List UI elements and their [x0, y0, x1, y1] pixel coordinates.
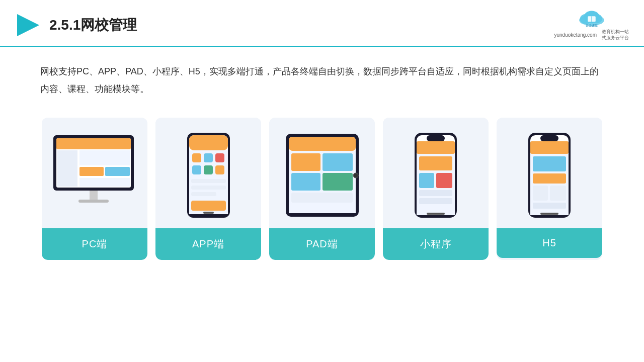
- svg-rect-23: [204, 153, 213, 162]
- svg-rect-22: [192, 153, 201, 162]
- svg-rect-17: [78, 200, 109, 203]
- card-pad-label: PAD端: [269, 228, 375, 260]
- card-h5-label: H5: [497, 228, 602, 258]
- h5-image-area: [497, 118, 602, 228]
- svg-rect-57: [530, 141, 569, 154]
- svg-rect-31: [191, 201, 226, 211]
- card-app-label: APP端: [155, 228, 261, 260]
- device-cards: PC端: [0, 108, 644, 260]
- svg-rect-40: [323, 173, 353, 191]
- svg-rect-25: [192, 165, 201, 174]
- logo-area: 云朵课堂 yunduoketang.com 教育机构一站式服务云平台: [554, 9, 629, 41]
- svg-rect-61: [533, 186, 548, 201]
- app-device-icon: [185, 131, 232, 219]
- svg-rect-26: [204, 165, 213, 174]
- svg-rect-59: [533, 156, 566, 171]
- pc-device-icon: [48, 133, 141, 218]
- svg-rect-37: [291, 153, 320, 171]
- svg-rect-39: [291, 173, 320, 191]
- card-pc: PC端: [42, 118, 147, 260]
- card-app: APP端: [155, 118, 261, 260]
- svg-rect-12: [79, 150, 130, 165]
- brand-logo: 云朵课堂: [574, 9, 609, 28]
- svg-rect-28: [191, 179, 226, 183]
- pc-image-area: [42, 118, 147, 228]
- svg-rect-64: [540, 213, 558, 215]
- logo-slogan: 教育机构一站式服务云平台: [602, 29, 629, 41]
- svg-rect-60: [533, 173, 566, 184]
- card-pc-label: PC端: [42, 228, 147, 260]
- svg-rect-62: [550, 186, 566, 201]
- svg-rect-15: [79, 178, 130, 187]
- svg-rect-45: [427, 135, 445, 141]
- svg-rect-50: [436, 173, 452, 188]
- svg-marker-0: [17, 14, 39, 36]
- svg-rect-20: [189, 135, 228, 150]
- header-left: 2.5.1网校管理: [15, 12, 137, 38]
- page-header: 2.5.1网校管理 云朵课堂 yunduoketang.com 教育机构一站式服…: [0, 0, 644, 47]
- svg-rect-51: [419, 190, 452, 196]
- svg-rect-56: [540, 135, 558, 141]
- pad-device-icon: [283, 131, 361, 219]
- card-miniapp-label: 小程序: [383, 228, 489, 260]
- svg-rect-41: [291, 193, 353, 203]
- svg-rect-14: [105, 167, 130, 176]
- svg-rect-52: [419, 198, 452, 204]
- svg-rect-10: [56, 138, 131, 149]
- app-image-area: [155, 118, 261, 228]
- miniapp-image-area: [383, 118, 489, 228]
- svg-rect-11: [57, 150, 77, 187]
- svg-rect-16: [90, 191, 98, 201]
- svg-rect-48: [419, 156, 452, 170]
- svg-rect-63: [533, 203, 566, 209]
- h5-device-icon: [526, 131, 573, 219]
- svg-rect-49: [419, 173, 434, 188]
- svg-rect-24: [215, 153, 224, 162]
- svg-rect-35: [289, 137, 356, 151]
- card-pad: PAD端: [269, 118, 375, 260]
- svg-rect-38: [323, 153, 353, 171]
- miniapp-device-icon: [413, 131, 459, 219]
- svg-rect-13: [79, 167, 104, 176]
- page-title: 2.5.1网校管理: [49, 16, 137, 35]
- description-text: 网校支持PC、APP、PAD、小程序、H5，实现多端打通，产品各终端自由切换，数…: [0, 47, 644, 107]
- card-miniapp: 小程序: [383, 118, 489, 260]
- pad-image-area: [269, 118, 375, 228]
- svg-rect-32: [203, 212, 214, 214]
- card-h5: H5: [497, 118, 602, 260]
- description-content: 网校支持PC、APP、PAD、小程序、H5，实现多端打通，产品各终端自由切换，数…: [40, 66, 599, 94]
- svg-point-42: [353, 173, 358, 178]
- play-icon: [15, 12, 41, 38]
- svg-rect-53: [427, 213, 445, 215]
- logo-text: yunduoketang.com 教育机构一站式服务云平台: [554, 29, 629, 41]
- svg-rect-27: [215, 165, 224, 174]
- svg-rect-29: [191, 186, 226, 190]
- svg-text:云朵课堂: 云朵课堂: [586, 24, 598, 27]
- svg-rect-30: [191, 192, 216, 196]
- svg-rect-46: [417, 141, 455, 154]
- logo-url: yunduoketang.com: [554, 32, 597, 38]
